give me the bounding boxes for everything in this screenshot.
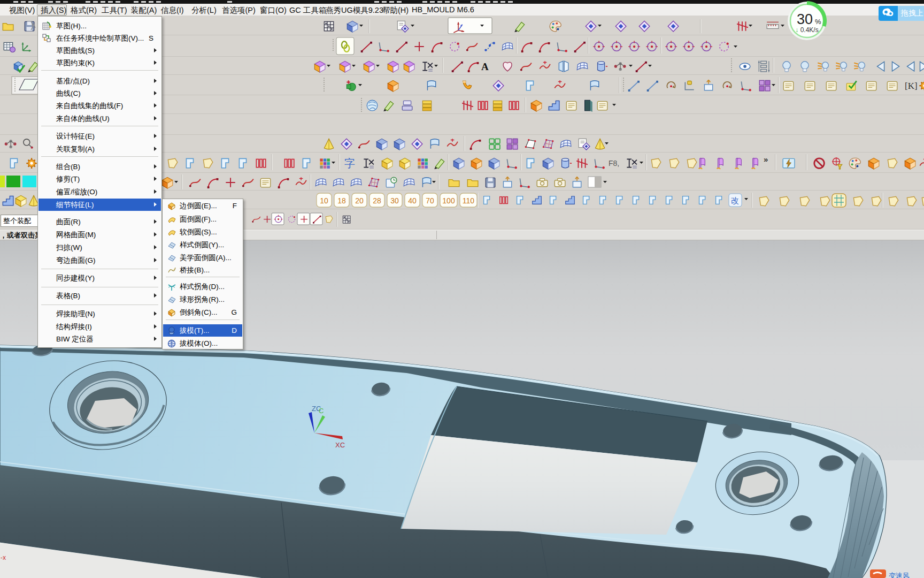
svg-text:20: 20 bbox=[355, 196, 364, 205]
svg-text:字: 字 bbox=[344, 157, 355, 169]
svg-text:F8,: F8, bbox=[609, 159, 619, 168]
svg-text:改: 改 bbox=[731, 196, 739, 205]
svg-text:[K]: [K] bbox=[905, 81, 918, 91]
svg-text:40: 40 bbox=[408, 196, 417, 205]
svg-text:A: A bbox=[481, 61, 489, 72]
svg-text:10: 10 bbox=[320, 196, 328, 205]
svg-text:↓ 0.4K/s: ↓ 0.4K/s bbox=[795, 26, 818, 34]
svg-text:30: 30 bbox=[797, 11, 813, 27]
svg-text:%: % bbox=[815, 18, 821, 26]
svg-text:28: 28 bbox=[373, 196, 381, 205]
svg-text:100: 100 bbox=[442, 196, 455, 205]
svg-text:变速风: 变速风 bbox=[889, 572, 910, 578]
svg-text:XC: XC bbox=[335, 441, 345, 449]
svg-text:18: 18 bbox=[337, 196, 346, 205]
svg-text:»: » bbox=[764, 155, 768, 164]
svg-text:30: 30 bbox=[390, 196, 399, 205]
svg-text:70: 70 bbox=[426, 196, 434, 205]
svg-text:110: 110 bbox=[463, 196, 475, 205]
svg-text:-x: -x bbox=[1, 554, 6, 561]
svg-text:C: C bbox=[319, 407, 324, 415]
